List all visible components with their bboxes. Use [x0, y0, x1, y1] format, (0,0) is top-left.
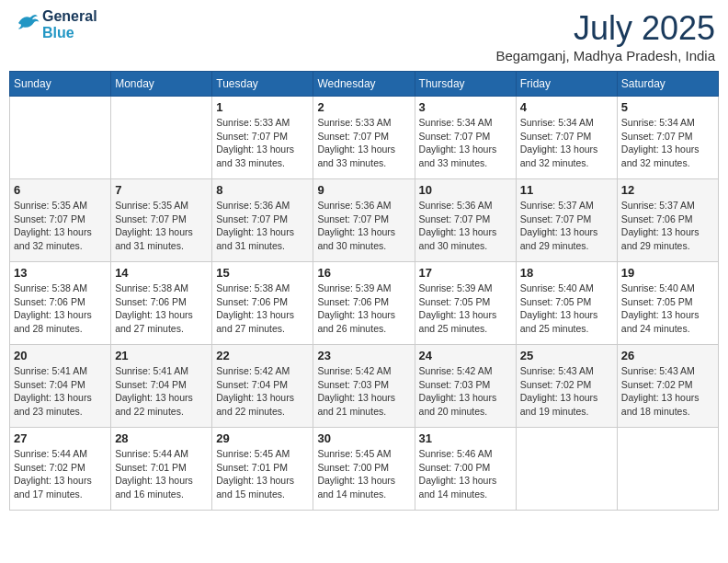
- day-number: 1: [216, 100, 309, 114]
- day-info: Sunrise: 5:39 AM Sunset: 7:06 PM Dayligh…: [317, 282, 410, 336]
- weekday-header-sunday: Sunday: [10, 72, 111, 97]
- day-number: 14: [115, 266, 208, 280]
- calendar-cell: 16Sunrise: 5:39 AM Sunset: 7:06 PM Dayli…: [313, 262, 415, 345]
- weekday-header-row: SundayMondayTuesdayWednesdayThursdayFrid…: [10, 72, 719, 97]
- day-number: 27: [14, 431, 107, 445]
- day-info: Sunrise: 5:33 AM Sunset: 7:07 PM Dayligh…: [216, 116, 309, 170]
- calendar-cell: 12Sunrise: 5:37 AM Sunset: 7:06 PM Dayli…: [617, 179, 718, 262]
- day-info: Sunrise: 5:35 AM Sunset: 7:07 PM Dayligh…: [115, 199, 208, 253]
- title-section: July 2025 Begamganj, Madhya Pradesh, Ind…: [496, 9, 715, 63]
- day-number: 8: [216, 183, 309, 197]
- day-number: 2: [317, 100, 410, 114]
- day-info: Sunrise: 5:34 AM Sunset: 7:07 PM Dayligh…: [520, 116, 613, 170]
- calendar-cell: 14Sunrise: 5:38 AM Sunset: 7:06 PM Dayli…: [111, 262, 212, 345]
- logo-general: General: [42, 9, 97, 24]
- calendar-cell: 11Sunrise: 5:37 AM Sunset: 7:07 PM Dayli…: [516, 179, 617, 262]
- weekday-header-tuesday: Tuesday: [212, 72, 313, 97]
- weekday-header-saturday: Saturday: [617, 72, 718, 97]
- day-info: Sunrise: 5:42 AM Sunset: 7:03 PM Dayligh…: [419, 364, 512, 419]
- calendar-cell: 1Sunrise: 5:33 AM Sunset: 7:07 PM Daylig…: [212, 97, 313, 179]
- day-info: Sunrise: 5:44 AM Sunset: 7:02 PM Dayligh…: [14, 447, 107, 501]
- calendar-cell: 26Sunrise: 5:43 AM Sunset: 7:02 PM Dayli…: [617, 345, 718, 428]
- day-info: Sunrise: 5:36 AM Sunset: 7:07 PM Dayligh…: [317, 199, 410, 253]
- day-number: 13: [14, 266, 107, 280]
- calendar-cell: 20Sunrise: 5:41 AM Sunset: 7:04 PM Dayli…: [10, 345, 111, 428]
- day-number: 30: [317, 431, 410, 445]
- day-number: 16: [317, 266, 410, 280]
- day-number: 12: [621, 183, 714, 197]
- calendar-cell: 21Sunrise: 5:41 AM Sunset: 7:04 PM Dayli…: [111, 345, 212, 428]
- day-number: 21: [115, 349, 208, 362]
- calendar-cell: 15Sunrise: 5:38 AM Sunset: 7:06 PM Dayli…: [212, 262, 313, 345]
- day-info: Sunrise: 5:35 AM Sunset: 7:07 PM Dayligh…: [14, 199, 107, 253]
- day-info: Sunrise: 5:34 AM Sunset: 7:07 PM Dayligh…: [621, 116, 714, 170]
- day-number: 18: [520, 266, 613, 280]
- weekday-header-wednesday: Wednesday: [313, 72, 415, 97]
- day-info: Sunrise: 5:33 AM Sunset: 7:07 PM Dayligh…: [317, 116, 410, 170]
- calendar-cell: [10, 97, 111, 179]
- calendar-cell: 2Sunrise: 5:33 AM Sunset: 7:07 PM Daylig…: [313, 97, 415, 179]
- calendar-week-4: 20Sunrise: 5:41 AM Sunset: 7:04 PM Dayli…: [10, 345, 719, 428]
- calendar-cell: 19Sunrise: 5:40 AM Sunset: 7:05 PM Dayli…: [617, 262, 718, 345]
- calendar-cell: 8Sunrise: 5:36 AM Sunset: 7:07 PM Daylig…: [212, 179, 313, 262]
- day-info: Sunrise: 5:36 AM Sunset: 7:07 PM Dayligh…: [216, 199, 309, 253]
- day-number: 28: [115, 431, 208, 445]
- calendar-cell: 17Sunrise: 5:39 AM Sunset: 7:05 PM Dayli…: [415, 262, 516, 345]
- calendar-cell: 4Sunrise: 5:34 AM Sunset: 7:07 PM Daylig…: [516, 97, 617, 179]
- day-info: Sunrise: 5:34 AM Sunset: 7:07 PM Dayligh…: [419, 116, 512, 170]
- day-number: 7: [115, 183, 208, 197]
- calendar-cell: [111, 97, 212, 179]
- day-number: 26: [621, 349, 714, 362]
- day-number: 3: [419, 100, 512, 114]
- day-info: Sunrise: 5:42 AM Sunset: 7:03 PM Dayligh…: [317, 364, 410, 419]
- day-info: Sunrise: 5:39 AM Sunset: 7:05 PM Dayligh…: [419, 282, 512, 336]
- day-number: 31: [419, 431, 512, 445]
- calendar-cell: 13Sunrise: 5:38 AM Sunset: 7:06 PM Dayli…: [10, 262, 111, 345]
- day-info: Sunrise: 5:37 AM Sunset: 7:07 PM Dayligh…: [520, 199, 613, 253]
- calendar-cell: 29Sunrise: 5:45 AM Sunset: 7:01 PM Dayli…: [212, 428, 313, 511]
- day-info: Sunrise: 5:38 AM Sunset: 7:06 PM Dayligh…: [14, 282, 107, 336]
- calendar-table: SundayMondayTuesdayWednesdayThursdayFrid…: [9, 71, 719, 511]
- day-info: Sunrise: 5:43 AM Sunset: 7:02 PM Dayligh…: [621, 364, 714, 419]
- calendar-week-3: 13Sunrise: 5:38 AM Sunset: 7:06 PM Dayli…: [10, 262, 719, 345]
- day-info: Sunrise: 5:41 AM Sunset: 7:04 PM Dayligh…: [115, 364, 208, 419]
- calendar-week-2: 6Sunrise: 5:35 AM Sunset: 7:07 PM Daylig…: [10, 179, 719, 262]
- logo-blue: Blue: [42, 26, 97, 40]
- day-number: 15: [216, 266, 309, 280]
- day-number: 11: [520, 183, 613, 197]
- day-number: 4: [520, 100, 613, 114]
- location: Begamganj, Madhya Pradesh, India: [496, 48, 715, 63]
- day-info: Sunrise: 5:44 AM Sunset: 7:01 PM Dayligh…: [115, 447, 208, 501]
- calendar-cell: 7Sunrise: 5:35 AM Sunset: 7:07 PM Daylig…: [111, 179, 212, 262]
- calendar-cell: 27Sunrise: 5:44 AM Sunset: 7:02 PM Dayli…: [10, 428, 111, 511]
- day-info: Sunrise: 5:37 AM Sunset: 7:06 PM Dayligh…: [621, 199, 714, 253]
- day-info: Sunrise: 5:36 AM Sunset: 7:07 PM Dayligh…: [419, 199, 512, 253]
- calendar-cell: 10Sunrise: 5:36 AM Sunset: 7:07 PM Dayli…: [415, 179, 516, 262]
- day-info: Sunrise: 5:40 AM Sunset: 7:05 PM Dayligh…: [621, 282, 714, 336]
- day-info: Sunrise: 5:45 AM Sunset: 7:00 PM Dayligh…: [317, 447, 410, 501]
- calendar-cell: 9Sunrise: 5:36 AM Sunset: 7:07 PM Daylig…: [313, 179, 415, 262]
- calendar-cell: 30Sunrise: 5:45 AM Sunset: 7:00 PM Dayli…: [313, 428, 415, 511]
- day-number: 19: [621, 266, 714, 280]
- day-number: 23: [317, 349, 410, 362]
- day-number: 22: [216, 349, 309, 362]
- calendar-cell: 23Sunrise: 5:42 AM Sunset: 7:03 PM Dayli…: [313, 345, 415, 428]
- calendar-cell: 5Sunrise: 5:34 AM Sunset: 7:07 PM Daylig…: [617, 97, 718, 179]
- day-info: Sunrise: 5:38 AM Sunset: 7:06 PM Dayligh…: [216, 282, 309, 336]
- calendar-cell: 22Sunrise: 5:42 AM Sunset: 7:04 PM Dayli…: [212, 345, 313, 428]
- day-number: 5: [621, 100, 714, 114]
- day-info: Sunrise: 5:38 AM Sunset: 7:06 PM Dayligh…: [115, 282, 208, 336]
- day-number: 24: [419, 349, 512, 362]
- day-info: Sunrise: 5:45 AM Sunset: 7:01 PM Dayligh…: [216, 447, 309, 501]
- weekday-header-friday: Friday: [516, 72, 617, 97]
- day-number: 25: [520, 349, 613, 362]
- day-number: 9: [317, 183, 410, 197]
- calendar-cell: 25Sunrise: 5:43 AM Sunset: 7:02 PM Dayli…: [516, 345, 617, 428]
- day-info: Sunrise: 5:46 AM Sunset: 7:00 PM Dayligh…: [419, 447, 512, 501]
- calendar-week-5: 27Sunrise: 5:44 AM Sunset: 7:02 PM Dayli…: [10, 428, 719, 511]
- logo-text: General Blue: [42, 9, 97, 40]
- day-number: 29: [216, 431, 309, 445]
- calendar-cell: 24Sunrise: 5:42 AM Sunset: 7:03 PM Dayli…: [415, 345, 516, 428]
- calendar-cell: [516, 428, 617, 511]
- day-number: 10: [419, 183, 512, 197]
